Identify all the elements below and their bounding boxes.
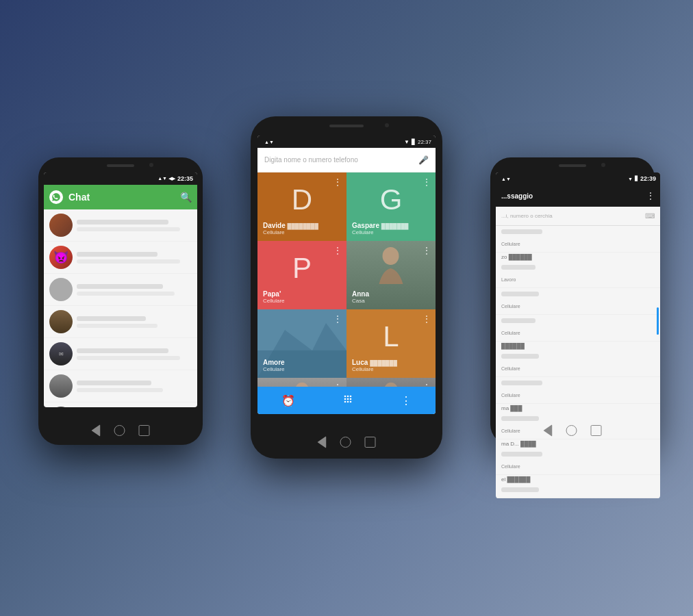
- tile-menu-icon[interactable]: ⋮: [422, 245, 431, 256]
- tile-menu-icon[interactable]: ⋮: [422, 382, 431, 387]
- contact-tile-amore[interactable]: ⋮ Amore Cellulare: [257, 309, 346, 378]
- contact-tile-davide[interactable]: D ⋮ Davide ████████ Cellulare: [257, 172, 346, 241]
- camera: [385, 123, 389, 127]
- chat-item[interactable]: [44, 370, 197, 402]
- contact-details: Cellulare: [501, 318, 655, 337]
- center-screen: ▲▼ ▼ ▊ 22:37 Digita nome o numero telefo…: [257, 136, 436, 414]
- back-button[interactable]: [92, 424, 101, 437]
- svg-point-12: [344, 401, 346, 403]
- left-status-bar: ▲▼ ◀▶ 22:35: [44, 172, 197, 185]
- right-status-bar: ▲▼ ▼ ▊ 22:39: [496, 172, 660, 185]
- back-button[interactable]: [544, 424, 553, 437]
- speaker: [559, 164, 586, 167]
- chat-info: [77, 381, 192, 392]
- tile-menu-icon[interactable]: ⋮: [333, 245, 342, 256]
- list-item[interactable]: Cellulare: [496, 377, 660, 404]
- right-search-placeholder: ...i, numero o cerchia: [501, 213, 645, 219]
- svg-point-5: [384, 383, 398, 387]
- contact-details: Cellulare: [501, 292, 655, 311]
- tile-menu-icon[interactable]: ⋮: [333, 177, 342, 188]
- wa-search-icon[interactable]: 🔍: [180, 192, 192, 203]
- svg-point-7: [347, 396, 349, 398]
- contact-type: Lavoro: [501, 277, 516, 282]
- chat-msg: [77, 356, 180, 360]
- list-item[interactable]: Cellulare: [496, 288, 660, 315]
- list-item[interactable]: Cellulare: [496, 350, 660, 377]
- back-button[interactable]: [318, 436, 327, 448]
- scrollbar[interactable]: [657, 307, 659, 335]
- home-bar: [92, 424, 150, 437]
- svg-point-4: [295, 383, 309, 387]
- contact-type: Cellulare: [501, 464, 520, 469]
- contact-type: Cellulare: [501, 304, 520, 309]
- chat-item[interactable]: [44, 274, 197, 306]
- chat-info: [77, 252, 192, 264]
- list-item[interactable]: Cellulare: [496, 448, 660, 475]
- chat-item[interactable]: [44, 402, 197, 407]
- center-search-bar[interactable]: Digita nome o numero telefono 🎤: [257, 148, 436, 172]
- status-icons: ▲▼ ◀▶: [158, 176, 175, 181]
- overflow-menu-icon[interactable]: ⋮: [401, 394, 412, 407]
- contact-tile-luca[interactable]: L ⋮ Luca ███████ Cellulare: [346, 309, 436, 378]
- svg-point-14: [350, 401, 352, 403]
- contact-tile-papa[interactable]: P ⋮ Papa' Cellulare: [257, 241, 346, 309]
- chat-msg: [77, 227, 180, 231]
- tile-menu-icon[interactable]: ⋮: [422, 313, 431, 324]
- contact-type: Cellulare: [501, 393, 520, 398]
- contact-type: Cellulare: [501, 366, 520, 371]
- contact-details: Lavoro: [501, 265, 655, 284]
- home-button[interactable]: [114, 425, 125, 436]
- contacts-grid: D ⋮ Davide ████████ Cellulare G ⋮ Gaspar…: [257, 172, 436, 387]
- contact-details: Cellulare: [501, 354, 655, 373]
- right-search[interactable]: ...i, numero o cerchia ⌨: [496, 207, 660, 226]
- chat-info: [77, 284, 192, 296]
- list-item[interactable]: Lavoro: [496, 261, 660, 288]
- list-item[interactable]: Cellulare: [496, 315, 660, 342]
- contact-type: Cellulare: [263, 366, 341, 372]
- contact-name-bar: [501, 416, 539, 421]
- chat-item[interactable]: [44, 209, 197, 242]
- list-item[interactable]: [496, 484, 660, 498]
- contact-type: Cellulare: [263, 298, 341, 304]
- chat-info: [77, 220, 192, 231]
- contact-name: Anna: [352, 290, 430, 298]
- list-item[interactable]: Cellulare: [496, 226, 660, 253]
- chat-item[interactable]: ✉: [44, 338, 197, 370]
- chat-item[interactable]: [44, 306, 197, 338]
- right-status-icons: ▲▼: [501, 177, 511, 181]
- svg-point-9: [344, 398, 346, 400]
- chat-info: [77, 348, 192, 360]
- contact-tile-8[interactable]: ⋮: [346, 378, 436, 387]
- recents-button[interactable]: [365, 437, 376, 448]
- tile-menu-icon[interactable]: ⋮: [422, 177, 431, 188]
- contact-name: Gaspare ███████: [352, 222, 430, 229]
- tile-menu-icon[interactable]: ⋮: [333, 313, 342, 324]
- contact-type: Cellulare: [501, 331, 520, 335]
- chat-item[interactable]: 👿: [44, 242, 197, 274]
- recents-button[interactable]: [591, 425, 602, 436]
- avatar: [49, 310, 73, 333]
- home-button[interactable]: [566, 425, 577, 436]
- chat-name: [77, 220, 168, 224]
- contact-details: Cellulare: [501, 229, 655, 248]
- keyboard-icon: ⌨: [645, 212, 655, 220]
- center-time: 22:37: [418, 139, 431, 145]
- mic-icon[interactable]: 🎤: [418, 155, 429, 165]
- recent-calls-icon[interactable]: ⏰: [281, 394, 295, 407]
- tile-menu-icon[interactable]: ⋮: [333, 382, 342, 387]
- contact-tile-7[interactable]: ⋮ Ele...: [257, 378, 346, 387]
- contact-name-bar: [501, 229, 542, 234]
- svg-point-13: [347, 401, 349, 403]
- signal-icon: ▊: [635, 176, 638, 181]
- contact-name-bar: [501, 265, 536, 270]
- home-button[interactable]: [340, 437, 351, 448]
- dialpad-icon[interactable]: [342, 394, 353, 407]
- chat-msg: [77, 259, 180, 264]
- contact-tile-gaspare[interactable]: G ⋮ Gaspare ███████ Cellulare: [346, 172, 436, 241]
- recents-button[interactable]: [139, 425, 150, 436]
- contact-tile-anna[interactable]: ⋮ Anna Casa: [346, 241, 436, 309]
- contact-type: Cellulare: [501, 242, 520, 246]
- right-menu-icon[interactable]: ⋮: [646, 191, 655, 201]
- avatar: [49, 278, 73, 301]
- left-phone: ▲▼ ◀▶ 22:35 Chat 🔍: [38, 157, 203, 445]
